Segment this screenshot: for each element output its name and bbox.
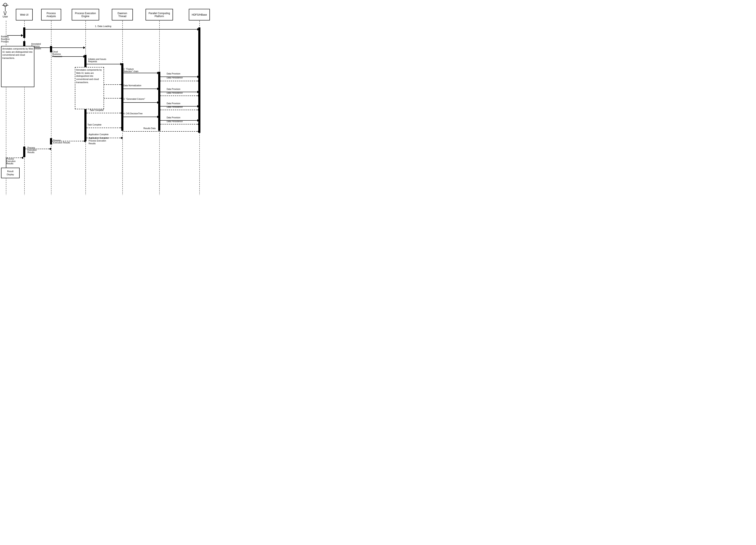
label-per1: ProcessExecution Results: [53, 139, 70, 144]
label-data-norm: Data Normalization: [123, 84, 141, 87]
arrow-dpers4: [160, 123, 199, 125]
actor-parallel-label: Parallel ComputingPlatform: [149, 12, 170, 18]
line-to-result: [6, 157, 6, 168]
arrow-tc4: [86, 127, 122, 129]
actor-pee: Process ExecutionEngine: [72, 9, 99, 20]
activation-pa-2: [50, 138, 52, 144]
label-dpers4: Data Persistence: [167, 120, 183, 123]
actor-hdfs-label: HDFS/HBase: [192, 13, 207, 16]
label-dp2: Data Provision: [167, 88, 180, 90]
label-c45: 4. C45 DecisionTree: [123, 112, 143, 115]
label-dp1: Data Provision: [167, 73, 180, 75]
sequence-diagram: User Web UI ProcessAnalysis Process Exec…: [0, 0, 270, 195]
label-feature-sel: 2. "FeatureSelection" chain: [123, 68, 138, 73]
arrow-gen-col: [123, 101, 159, 104]
arrow-dpers3: [160, 109, 199, 111]
stick-head: [3, 3, 7, 7]
label-dp4: Data Provision: [167, 116, 180, 119]
note-result-display: ResultDisplay: [1, 168, 20, 178]
actor-hdfs: HDFS/HBase: [189, 9, 210, 20]
actor-pee-label: Process ExecutionEngine: [75, 12, 96, 18]
actor-parallel: Parallel ComputingPlatform: [146, 9, 173, 20]
label-initiates: Initiates and IssuesRequests: [88, 58, 106, 63]
actor-webui: Web UI: [16, 9, 33, 20]
label-tc4: Task Complete: [88, 124, 101, 126]
activation-webui-1: [23, 27, 25, 38]
note-result-display-text: ResultDisplay: [7, 170, 14, 176]
label-dpers1: Data Persistence: [167, 77, 183, 79]
label-results-data: Results Data: [143, 127, 155, 130]
connector-result: [6, 168, 6, 168]
note-annotates-1: Annotates components by Web UI, tasks ar…: [1, 46, 34, 87]
actor-user-label: User: [2, 15, 9, 18]
arrow-tc3: [86, 112, 122, 114]
label-gen-col: 3. "Generated Column": [123, 98, 145, 100]
label-data-loading: 1. Data Loading: [95, 25, 111, 27]
label-dp3: Data Provision: [167, 102, 180, 105]
actor-daemon: DaemonThread: [112, 9, 133, 20]
activation-webui-3: [23, 147, 25, 157]
actor-process-analysis: ProcessAnalysis: [41, 9, 61, 20]
label-dpers3: Data Persistence: [167, 106, 183, 108]
label-building: BuildingBusinessProcess: [1, 35, 20, 43]
arrow-data-norm: [123, 88, 159, 90]
arrow-results-data: [123, 130, 199, 133]
actor-daemon-label: DaemonThread: [117, 12, 127, 18]
arrow-data-loading: [25, 28, 199, 31]
label-per3: ProcessExecutionResults: [6, 158, 16, 165]
actor-process-analysis-label: ProcessAnalysis: [46, 12, 56, 18]
arrow-c45: [123, 116, 159, 118]
label-dpers2: Data Persistence: [167, 92, 183, 94]
arrow-dpers1: [160, 80, 199, 82]
label-tc3: Task Complete: [90, 109, 104, 111]
note-annotates-2: Annotates components by Web UI, tasks ar…: [75, 67, 104, 109]
label-app-complete: Application Complete: [89, 133, 109, 136]
label-app-per: Application CompleteProcess ExecutionRes…: [89, 137, 109, 145]
label-per2: ProcessExecutionResults: [27, 147, 37, 154]
arrow-initiates: [86, 63, 122, 65]
actor-webui-label: Web UI: [20, 13, 28, 16]
note-annotates-1-text: Annotates components by Web UI, tasks ar…: [2, 47, 33, 59]
note-annotates-2-text: Annotates components by Web UI, tasks ar…: [76, 69, 102, 84]
label-cloud-bp: CloudBusinessProcesses: [52, 51, 62, 58]
actor-user: User: [2, 3, 9, 18]
arrow-dpers2: [160, 94, 199, 97]
